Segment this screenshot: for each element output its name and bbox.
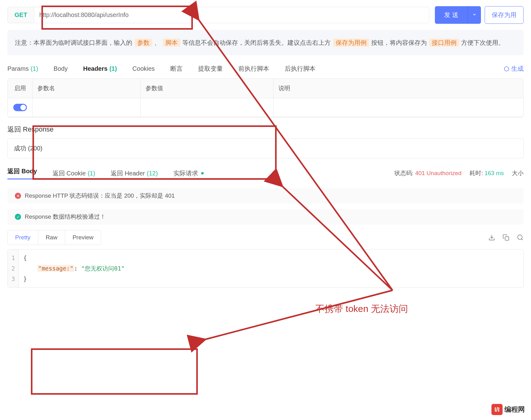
svg-line-3	[521, 239, 523, 240]
tab-assertions[interactable]: 断言	[170, 65, 183, 73]
size-label: 大小	[512, 169, 524, 177]
request-url-input[interactable]	[34, 7, 429, 23]
chevron-down-icon	[472, 12, 477, 17]
tab-body[interactable]: Body	[53, 65, 68, 72]
cube-icon	[504, 66, 509, 72]
tab-cookies[interactable]: Cookies	[132, 65, 155, 72]
search-icon[interactable]	[517, 234, 524, 241]
response-section-title: 返回 Response	[0, 117, 531, 138]
col-param-value: 参数值	[141, 79, 274, 98]
elapsed-time-label: 耗时: 163 ms	[469, 169, 504, 177]
response-status-select[interactable]: 成功 (200)	[7, 138, 524, 158]
watermark: I/I 编程网	[491, 404, 525, 415]
validation-error-message: ✕ Response HTTP 状态码错误：应当是 200，实际却是 401	[7, 188, 524, 204]
tab-params[interactable]: Params (1)	[7, 65, 38, 72]
col-enable: 启用	[8, 79, 32, 98]
annotation-text: 不携带 token 无法访问	[315, 303, 408, 315]
response-tab-cookie[interactable]: 返回 Cookie (1)	[53, 169, 95, 178]
error-icon: ✕	[15, 193, 21, 199]
http-method-select[interactable]: GET	[7, 7, 34, 23]
line-gutter: 123	[8, 250, 19, 288]
col-param-name: 参数名	[32, 79, 141, 98]
response-tab-header[interactable]: 返回 Header (12)	[111, 169, 158, 178]
response-tab-actual-request[interactable]: 实际请求	[173, 169, 204, 178]
generate-code-button[interactable]: 生成	[504, 65, 524, 73]
body-view-pretty[interactable]: Pretty	[8, 230, 38, 245]
tab-pre-script[interactable]: 前执行脚本	[238, 65, 269, 73]
body-view-raw[interactable]: Raw	[38, 230, 65, 245]
col-description: 说明	[274, 79, 523, 98]
svg-point-2	[518, 235, 522, 240]
validation-ok-message: ✓ Response 数据结构校验通过！	[7, 209, 524, 225]
tab-post-script[interactable]: 后执行脚本	[285, 65, 316, 73]
notice-highlight-case: 接口用例	[429, 39, 459, 47]
svg-line-6	[204, 290, 393, 340]
response-tab-body[interactable]: 返回 Body	[7, 167, 37, 179]
header-value-input[interactable]	[141, 98, 274, 117]
save-as-button[interactable]: 保存为用	[485, 6, 524, 24]
svg-rect-1	[505, 237, 509, 240]
headers-table: 启用 参数名 参数值 说明	[7, 78, 524, 117]
send-button[interactable]: 发 送	[435, 6, 468, 24]
notice-banner: 注意：本界面为临时调试接口界面，输入的 参数 、 脚本 等信息不会自动保存，关闭…	[7, 30, 524, 55]
notice-highlight-params: 参数	[135, 39, 152, 47]
send-dropdown-button[interactable]	[468, 6, 481, 24]
annotation-box-response	[31, 348, 198, 395]
header-desc-input[interactable]	[274, 98, 523, 117]
check-icon: ✓	[15, 214, 21, 220]
download-icon[interactable]	[488, 234, 495, 241]
tab-extract-vars[interactable]: 提取变量	[198, 65, 223, 73]
watermark-logo-icon: I/I	[491, 404, 503, 415]
status-code-label: 状态码: 401 Unauthorized	[394, 169, 462, 177]
header-name-input[interactable]	[32, 98, 141, 117]
tab-headers[interactable]: Headers (1)	[83, 65, 117, 72]
notice-highlight-script: 脚本	[163, 39, 180, 47]
notice-highlight-save: 保存为用例	[333, 39, 369, 47]
response-body-code: 123 { "message:": "您无权访问01" }	[7, 249, 524, 288]
dot-indicator-icon	[201, 172, 204, 174]
header-enable-toggle[interactable]	[13, 104, 27, 111]
body-view-preview[interactable]: Preview	[65, 230, 101, 245]
copy-icon[interactable]	[503, 234, 509, 241]
